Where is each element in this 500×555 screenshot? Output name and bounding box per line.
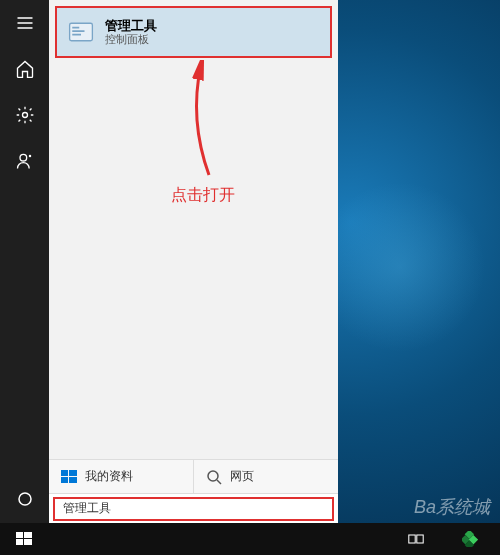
gear-icon <box>15 105 35 125</box>
admin-tools-icon <box>67 18 95 46</box>
best-match-result[interactable]: 管理工具 控制面板 <box>56 7 331 57</box>
search-icon <box>206 469 222 485</box>
search-input[interactable] <box>53 497 334 521</box>
svg-point-2 <box>28 155 31 158</box>
svg-rect-14 <box>16 532 23 538</box>
svg-rect-17 <box>24 539 32 545</box>
tab-my-stuff[interactable]: 我的资料 <box>49 460 193 493</box>
hamburger-icon <box>15 13 35 33</box>
svg-rect-15 <box>24 532 32 538</box>
svg-rect-7 <box>61 470 68 476</box>
task-view-icon <box>408 531 424 547</box>
svg-rect-6 <box>72 34 81 36</box>
home-icon <box>15 59 35 79</box>
home-button[interactable] <box>0 46 49 92</box>
taskbar-app-tile[interactable] <box>440 523 500 555</box>
svg-rect-19 <box>417 535 423 543</box>
tab-my-stuff-label: 我的资料 <box>85 468 133 485</box>
start-left-rail <box>0 0 49 523</box>
task-view-button[interactable] <box>392 523 440 555</box>
windows-logo-icon <box>61 469 77 485</box>
svg-rect-10 <box>69 477 77 483</box>
search-panel: 管理工具 控制面板 点击打开 我的资料 网页 <box>49 0 338 523</box>
svg-point-0 <box>22 113 27 118</box>
search-results-area: 管理工具 控制面板 <box>49 0 338 64</box>
search-input-row <box>49 493 338 523</box>
svg-line-12 <box>217 480 221 484</box>
settings-button[interactable] <box>0 92 49 138</box>
result-subtitle: 控制面板 <box>105 33 157 46</box>
taskbar <box>0 523 500 555</box>
svg-point-1 <box>20 154 27 161</box>
cortana-search-button[interactable] <box>0 474 49 523</box>
svg-rect-18 <box>409 535 415 543</box>
svg-point-11 <box>208 471 218 481</box>
windows-start-icon <box>16 531 32 547</box>
cortana-circle-icon <box>16 490 34 508</box>
svg-point-13 <box>19 493 31 505</box>
tab-web[interactable]: 网页 <box>193 460 338 493</box>
search-filter-tabs: 我的资料 网页 <box>49 459 338 493</box>
feedback-button[interactable] <box>0 138 49 184</box>
svg-rect-4 <box>72 27 79 29</box>
svg-rect-5 <box>72 30 84 32</box>
start-button[interactable] <box>0 523 48 555</box>
tab-web-label: 网页 <box>230 468 254 485</box>
diamond-app-icon <box>462 531 478 547</box>
result-title: 管理工具 <box>105 18 157 34</box>
person-feedback-icon <box>15 151 35 171</box>
svg-rect-9 <box>61 477 68 483</box>
svg-rect-8 <box>69 470 77 476</box>
svg-rect-16 <box>16 539 23 545</box>
hamburger-menu-button[interactable] <box>0 0 49 46</box>
